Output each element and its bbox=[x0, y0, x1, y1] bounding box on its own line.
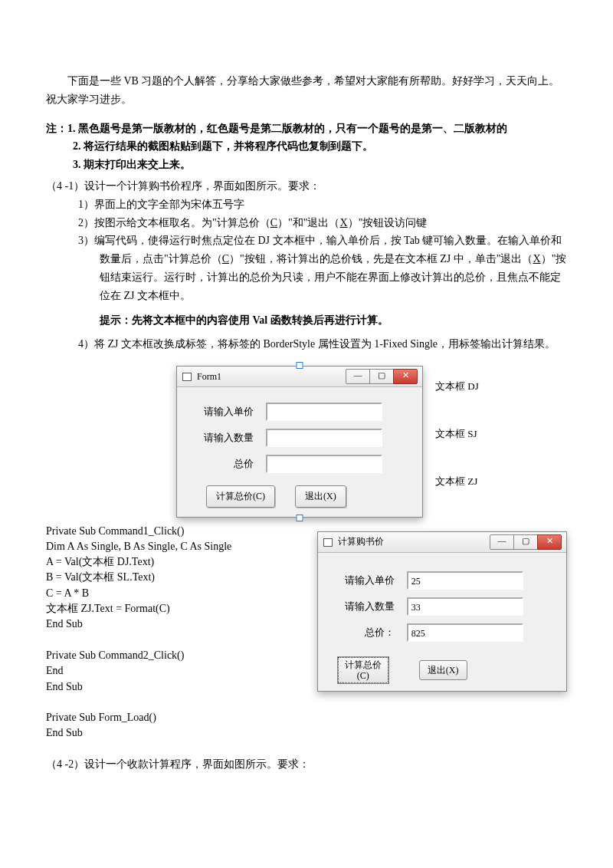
note-3: 3. 期末打印出来交上来。 bbox=[73, 156, 567, 174]
callouts: 文本框 DJ 文本框 SJ 文本框 ZJ bbox=[435, 366, 479, 508]
run-label-sj: 请输入数量 bbox=[326, 598, 395, 615]
run-textbox-sj[interactable]: 33 bbox=[407, 597, 523, 616]
textbox-sj[interactable] bbox=[266, 429, 382, 447]
app-icon bbox=[182, 372, 192, 381]
exit-button[interactable]: 退出(X) bbox=[295, 485, 346, 507]
intro-paragraph: 下面是一些 VB 习题的个人解答，分享给大家做些参考，希望对大家能有所帮助。好好… bbox=[46, 72, 567, 109]
q41-item3: 3）编写代码，使得运行时焦点定位在 DJ 文本框中，输入单价后，按 Tab 键可… bbox=[78, 232, 567, 304]
note-2: 2. 将运行结果的截图粘贴到题下，并将程序代码也复制到题下。 bbox=[73, 137, 567, 156]
note-1: 注：1. 黑色题号是第一版教材的，红色题号是第二版教材的，只有一个题号的是第一、… bbox=[46, 120, 567, 138]
form1-titlebar: Form1 — ▢ ✕ bbox=[177, 367, 422, 387]
tip-text: 提示：先将文本框中的内容使用 Val 函数转换后再进行计算。 bbox=[100, 311, 567, 330]
app-icon bbox=[323, 538, 333, 547]
q41-title: （4 -1）设计一个计算购书价程序，界面如图所示。要求： bbox=[46, 177, 567, 196]
form1-title: Form1 bbox=[197, 369, 221, 384]
selection-handle-top bbox=[297, 362, 303, 369]
maximize-button[interactable]: ▢ bbox=[369, 369, 394, 384]
calc-button[interactable]: 计算总价(C) bbox=[206, 485, 275, 507]
run-calc-button[interactable]: 计算总价 (C) bbox=[338, 657, 388, 684]
run-textbox-zj: 825 bbox=[407, 623, 523, 642]
minimize-button[interactable]: — bbox=[346, 369, 370, 384]
form1-window: Form1 — ▢ ✕ 请输入单价 请输入数量 总价 bbox=[176, 366, 423, 517]
form2-titlebar: 计算购书价 — ▢ ✕ bbox=[318, 532, 566, 553]
textbox-dj[interactable] bbox=[266, 403, 382, 421]
run-exit-button[interactable]: 退出(X) bbox=[419, 660, 467, 680]
selection-handle-bottom bbox=[297, 515, 303, 521]
close-button[interactable]: ✕ bbox=[393, 369, 418, 384]
callout-zj: 文本框 ZJ bbox=[435, 461, 479, 508]
q41-item4: 4）将 ZJ 文本框改换成标签，将标签的 BorderStyle 属性设置为 1… bbox=[78, 335, 567, 353]
q41-item2: 2）按图示给文本框取名。为"计算总价（C）"和"退出（X）"按钮设访问键 bbox=[78, 214, 567, 232]
textbox-zj[interactable] bbox=[266, 455, 382, 473]
q41-item1: 1）界面上的文字全部为宋体五号字 bbox=[78, 196, 567, 214]
close-button[interactable]: ✕ bbox=[537, 534, 562, 550]
label-sj: 请输入数量 bbox=[185, 429, 254, 446]
minimize-button[interactable]: — bbox=[490, 534, 514, 550]
maximize-button[interactable]: ▢ bbox=[513, 534, 538, 550]
run-label-zj: 总价： bbox=[326, 624, 395, 641]
callout-sj: 文本框 SJ bbox=[435, 413, 479, 461]
q42-title: （4 -2）设计一个收款计算程序，界面如图所示。要求： bbox=[46, 755, 567, 774]
run-label-dj: 请输入单价 bbox=[326, 572, 395, 589]
label-zj: 总价 bbox=[185, 455, 254, 472]
code-block: Private Sub Command1_Click() Dim A As Si… bbox=[46, 524, 310, 741]
callout-dj: 文本框 DJ bbox=[435, 366, 479, 413]
run-textbox-dj[interactable]: 25 bbox=[407, 571, 523, 590]
form2-title: 计算购书价 bbox=[338, 534, 384, 549]
form2-window: 计算购书价 — ▢ ✕ 请输入单价 25 请输入数量 33 总价： 825 计算… bbox=[317, 531, 567, 692]
label-dj: 请输入单价 bbox=[185, 403, 254, 420]
